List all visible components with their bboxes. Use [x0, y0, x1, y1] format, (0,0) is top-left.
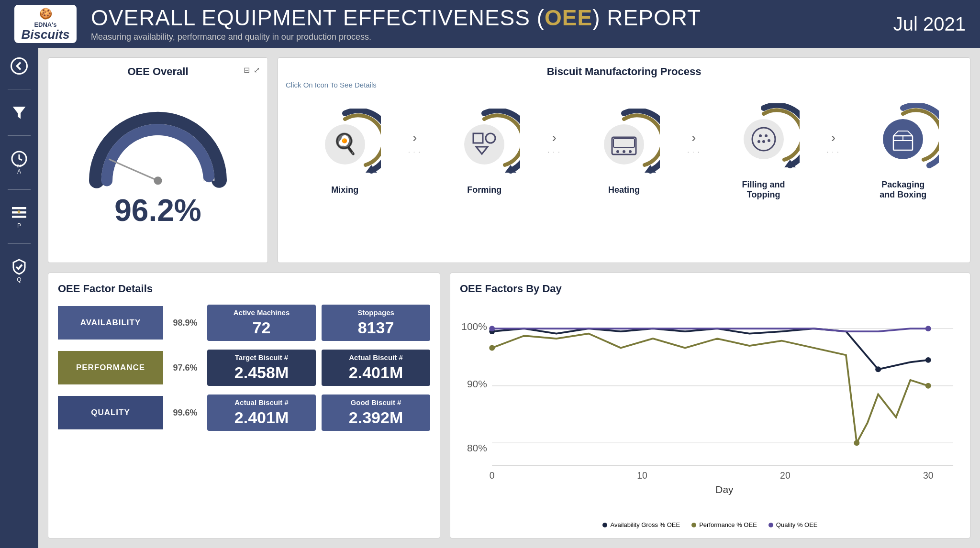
svg-point-54	[925, 357, 931, 363]
arrow-2: › . . .	[548, 130, 561, 154]
sidebar-clock-label: A	[17, 168, 21, 175]
svg-text:0: 0	[490, 470, 495, 481]
svg-marker-1	[13, 107, 26, 119]
quality-label: QUALITY	[58, 396, 163, 429]
legend-label-quality: Quality % OEE	[776, 521, 818, 528]
svg-point-0	[11, 58, 27, 74]
arrow-3: › . . .	[687, 130, 700, 154]
svg-point-59	[925, 326, 931, 331]
quality-actual-value: 2.401M	[215, 408, 308, 427]
actual-biscuit-value: 2.401M	[329, 363, 423, 382]
process-card: Biscuit Manufactoring Process Click On I…	[278, 57, 970, 263]
shield-icon	[11, 258, 28, 275]
gauge-container	[81, 88, 234, 202]
title-part2: ) REPORT	[592, 5, 701, 30]
sidebar-item-filter[interactable]	[11, 104, 28, 121]
factors-day-title: OEE Factors By Day	[460, 283, 960, 295]
svg-text:🍳: 🍳	[333, 132, 358, 156]
active-machines-label: Active Machines	[215, 308, 308, 317]
svg-rect-4	[12, 207, 26, 209]
quality-actual-box: Actual Biscuit # 2.401M	[207, 395, 316, 431]
sidebar-item-list[interactable]: P	[11, 204, 28, 229]
performance-row: PERFORMANCE 97.6% Target Biscuit # 2.458…	[58, 350, 430, 386]
active-machines-value: 72	[215, 318, 308, 337]
svg-text:100%: 100%	[461, 321, 487, 332]
quality-row: QUALITY 99.6% Actual Biscuit # 2.401M Go…	[58, 395, 430, 431]
good-biscuit-label: Good Biscuit #	[329, 398, 423, 406]
expand-icon[interactable]: ⤢	[254, 66, 260, 75]
factor-details-title: OEE Factor Details	[58, 283, 430, 295]
sidebar-divider-1	[8, 89, 31, 89]
filling-label: Filling andTopping	[742, 180, 785, 200]
target-biscuit-label: Target Biscuit #	[215, 353, 308, 362]
top-row: OEE Overall ⊟ ⤢	[48, 57, 970, 263]
sidebar-item-back[interactable]	[11, 57, 28, 75]
svg-point-31	[757, 140, 760, 143]
process-step-forming[interactable]: Forming	[448, 109, 520, 195]
process-step-packaging[interactable]: Packagingand Boxing	[867, 103, 939, 200]
process-step-mixing[interactable]: 🍳 Mixing	[309, 109, 381, 195]
filter-small-icon[interactable]: ⊟	[244, 66, 250, 75]
svg-point-14	[464, 124, 504, 164]
quality-actual-label: Actual Biscuit #	[215, 398, 308, 406]
good-biscuit-box: Good Biscuit # 2.392M	[322, 395, 430, 431]
header: 🍪 EDNA's Biscuits OVERALL EQUIPMENT EFFE…	[0, 0, 980, 48]
svg-text:80%: 80%	[467, 442, 487, 453]
svg-point-29	[765, 134, 768, 137]
svg-text:20: 20	[780, 470, 791, 481]
target-biscuit-value: 2.458M	[215, 363, 308, 382]
filter-icon	[11, 104, 28, 121]
arrow-1: › . . .	[408, 130, 421, 154]
svg-text:30: 30	[923, 470, 934, 481]
sidebar-divider-4	[8, 243, 31, 244]
sidebar-item-clock[interactable]: 24 A	[11, 150, 28, 175]
svg-text:90%: 90%	[467, 378, 487, 389]
arrow-4: › . . .	[827, 130, 840, 154]
legend-dot-availability	[602, 523, 607, 527]
stoppages-value: 8137	[329, 318, 423, 337]
factor-details-card: OEE Factor Details AVAILABILITY 98.9% Ac…	[48, 273, 440, 538]
report-date: Jul 2021	[893, 13, 966, 35]
oee-overall-title: OEE Overall	[127, 66, 188, 78]
legend-dot-quality	[768, 523, 773, 527]
oee-overall-card: OEE Overall ⊟ ⤢	[48, 57, 268, 263]
forming-label: Forming	[467, 185, 501, 195]
title-part1: OVERALL EQUIPMENT EFFECTIVENESS (	[91, 5, 545, 30]
svg-point-19	[604, 124, 644, 164]
process-step-heating[interactable]: Heating	[588, 109, 660, 195]
chart-area: 100% 90% 80% 0 10 20 30	[460, 300, 960, 517]
performance-label: PERFORMANCE	[58, 351, 163, 384]
svg-rect-6	[12, 216, 26, 218]
process-step-filling[interactable]: Filling andTopping	[728, 103, 800, 200]
active-machines-box: Active Machines 72	[207, 305, 316, 341]
quality-pct: 99.6%	[171, 408, 200, 418]
heating-circle	[588, 109, 660, 180]
svg-point-58	[489, 326, 495, 331]
svg-point-23	[623, 150, 625, 153]
chart-legend: Availability Gross % OEE Performance % O…	[460, 521, 960, 528]
oee-highlight: OEE	[545, 5, 592, 30]
bottom-row: OEE Factor Details AVAILABILITY 98.9% Ac…	[48, 273, 970, 538]
content-area: OEE Overall ⊟ ⤢	[38, 48, 980, 548]
packaging-label: Packagingand Boxing	[880, 180, 926, 200]
svg-point-9	[154, 176, 162, 185]
svg-text:24: 24	[17, 164, 22, 167]
stoppages-box: Stoppages 8137	[322, 305, 430, 341]
svg-text:10: 10	[637, 470, 647, 481]
process-hint: Click On Icon To See Details	[286, 81, 962, 89]
legend-availability: Availability Gross % OEE	[602, 521, 680, 528]
chart-svg: 100% 90% 80% 0 10 20 30	[460, 300, 960, 517]
clock-icon: 24	[11, 150, 28, 167]
card-icons: ⊟ ⤢	[244, 66, 260, 75]
sidebar: 24 A P Q	[0, 48, 38, 548]
performance-metrics: Target Biscuit # 2.458M Actual Biscuit #…	[207, 350, 430, 386]
main-layout: 24 A P Q OEE Ove	[0, 48, 980, 548]
actual-biscuit-label: Actual Biscuit #	[329, 353, 423, 362]
availability-metrics: Active Machines 72 Stoppages 8137	[207, 305, 430, 341]
sidebar-item-shield[interactable]: Q	[11, 258, 28, 283]
svg-point-32	[768, 139, 770, 142]
svg-point-56	[854, 440, 859, 446]
header-title-block: OVERALL EQUIPMENT EFFECTIVENESS (OEE) RE…	[91, 6, 893, 42]
header-subtitle: Measuring availability, performance and …	[91, 32, 893, 42]
sidebar-divider-3	[8, 189, 31, 190]
